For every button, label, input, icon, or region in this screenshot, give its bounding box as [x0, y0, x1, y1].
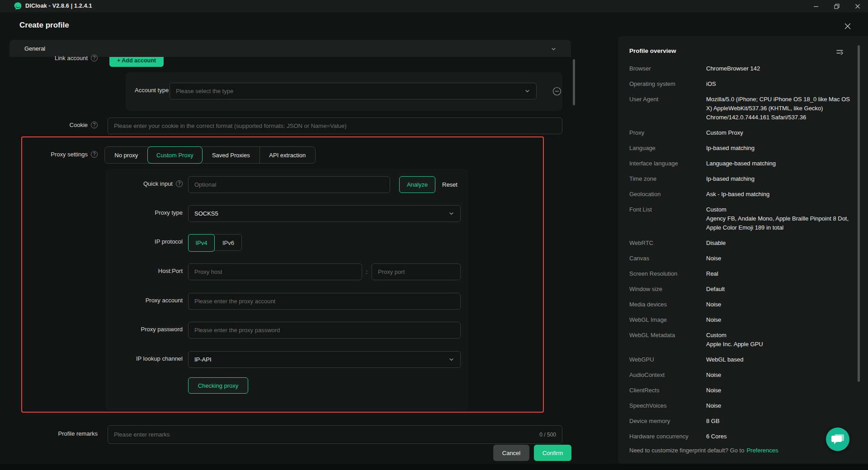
- help-icon[interactable]: ?: [91, 122, 98, 128]
- overview-rows: BrowserChromeBrowser 142Operating system…: [629, 64, 854, 447]
- overview-row: WebGL MetadataCustom Apple Inc. Apple GP…: [629, 331, 854, 349]
- support-chat-button[interactable]: [826, 428, 849, 451]
- overview-row-label: Font List: [629, 205, 706, 232]
- ipv6-option[interactable]: IPv6: [215, 235, 242, 251]
- overview-row: Window sizeDefault: [629, 285, 854, 294]
- analyze-button[interactable]: Analyze: [399, 176, 435, 193]
- overview-row: Screen ResolutionReal: [629, 269, 854, 278]
- overview-row-label: Device memory: [629, 417, 706, 426]
- minus-circle-icon: [552, 87, 561, 96]
- ip-lookup-label: IP lookup channel: [108, 355, 183, 362]
- proxy-tabs: No proxy Custom Proxy Saved Proxies API …: [104, 146, 316, 164]
- overview-row-label: Proxy: [629, 128, 706, 137]
- overview-row: Hardware concurrency6 Cores: [629, 432, 854, 441]
- overview-row-label: Hardware concurrency: [629, 432, 706, 441]
- overview-row: Font ListCustom Agency FB, Andale Mono, …: [629, 205, 854, 232]
- overview-row: ProxyCustom Proxy: [629, 128, 854, 137]
- overview-row-value: Real: [706, 269, 850, 278]
- restore-icon: [834, 4, 840, 9]
- close-icon: [855, 4, 860, 9]
- proxy-account-label: Proxy account: [108, 297, 183, 304]
- window-title: DICloak - V2.8.6 | 1.2.4.1: [25, 0, 92, 12]
- chevron-down-icon: [524, 88, 530, 94]
- account-type-select[interactable]: Please select the type: [170, 83, 537, 99]
- preferences-link[interactable]: Preferences: [746, 447, 778, 454]
- confirm-button[interactable]: Confirm: [534, 445, 571, 461]
- bottom-band: [0, 464, 868, 470]
- profile-overview-title: Profile overview: [629, 47, 676, 54]
- restore-button[interactable]: [828, 0, 845, 12]
- minimize-icon: [813, 4, 819, 9]
- overview-row: Time zoneIp-based matching: [629, 174, 854, 183]
- overview-row: LanguageIp-based matching: [629, 144, 854, 153]
- tab-custom-proxy[interactable]: Custom Proxy: [147, 146, 203, 164]
- tab-no-proxy[interactable]: No proxy: [105, 147, 148, 163]
- checking-proxy-button[interactable]: Checking proxy: [188, 377, 248, 394]
- tab-api-extraction[interactable]: API extraction: [259, 147, 315, 163]
- cookie-input[interactable]: Please enter your cookie in the correct …: [108, 118, 562, 134]
- cancel-button[interactable]: Cancel: [493, 445, 529, 461]
- overview-row-label: WebGL Image: [629, 315, 706, 324]
- ip-protocol-switch: IPv4 IPv6: [188, 234, 242, 251]
- overview-row-label: WebGL Metadata: [629, 331, 706, 349]
- host-port-label: Host:Port: [108, 268, 183, 274]
- overview-row-value: Custom Apple Inc. Apple GPU: [706, 331, 850, 349]
- profile-remarks-input[interactable]: Please enter remarks 0 / 500: [108, 425, 562, 444]
- help-icon[interactable]: ?: [91, 151, 98, 158]
- overview-row-label: Language: [629, 144, 706, 153]
- overview-row-value: Default: [706, 285, 850, 294]
- tab-saved-proxies[interactable]: Saved Proxies: [203, 147, 259, 163]
- overview-row-value: Noise: [706, 386, 850, 395]
- overview-row: BrowserChromeBrowser 142: [629, 64, 854, 73]
- overview-row: WebRTCDisable: [629, 239, 854, 248]
- overview-row: AudioContextNoise: [629, 371, 854, 380]
- collapse-panel-button[interactable]: [836, 48, 844, 57]
- ipv4-option[interactable]: IPv4: [188, 234, 215, 252]
- overview-row-value: Ip-based matching: [706, 144, 850, 153]
- overview-row-label: Operating system: [629, 80, 706, 89]
- overview-row-label: Interface language: [629, 159, 706, 168]
- minimize-button[interactable]: [807, 0, 825, 12]
- overview-row-value: Noise: [706, 315, 850, 324]
- overview-row-label: Time zone: [629, 174, 706, 183]
- overview-row-value: WebGL based: [706, 355, 850, 364]
- overview-row: CanvasNoise: [629, 254, 854, 263]
- overview-row-value: Noise: [706, 371, 850, 380]
- overview-row-label: WebGPU: [629, 355, 706, 364]
- reset-button[interactable]: Reset: [442, 176, 458, 193]
- proxy-type-select[interactable]: SOCKS5: [188, 205, 461, 222]
- overview-row-value: Ip-based matching: [706, 174, 850, 183]
- proxy-port-input[interactable]: Proxy port: [372, 263, 461, 280]
- overview-row: Media devicesNoise: [629, 300, 854, 309]
- chevron-down-icon: [551, 46, 557, 54]
- overview-row: Interface languageLanguage-based matchin…: [629, 159, 854, 168]
- close-window-button[interactable]: [849, 0, 866, 12]
- overview-row-value: Noise: [706, 401, 850, 410]
- char-counter: 0 / 500: [539, 432, 556, 438]
- sidebar-scrollbar-thumb[interactable]: [858, 45, 860, 382]
- overview-row-value: Disable: [706, 239, 850, 248]
- proxy-host-input[interactable]: Proxy host: [188, 263, 362, 280]
- proxy-account-input[interactable]: Please enter the proxy account: [188, 293, 461, 310]
- help-icon[interactable]: ?: [176, 180, 183, 187]
- overview-row-value: Mozilla/5.0 (iPhone; CPU iPhone OS 18_0 …: [706, 95, 850, 122]
- proxy-password-input[interactable]: Please enter the proxy password: [188, 322, 461, 338]
- profile-remarks-label: Profile remarks: [18, 430, 98, 437]
- account-type-label: Account type: [135, 87, 169, 94]
- link-account-label: Link account ?: [18, 55, 98, 61]
- ip-lookup-select[interactable]: IP-API: [188, 351, 461, 368]
- close-dialog-button[interactable]: [844, 22, 852, 32]
- overview-row-value: Custom Agency FB, Andale Mono, Apple Bra…: [706, 205, 850, 232]
- help-icon[interactable]: ?: [91, 55, 98, 61]
- app-logo-icon: [14, 2, 22, 12]
- remove-account-button[interactable]: [552, 87, 561, 98]
- page-title: Create profile: [19, 21, 69, 30]
- scrollbar-thumb[interactable]: [573, 59, 575, 105]
- overview-row-value: Noise: [706, 254, 850, 263]
- overview-row-label: Window size: [629, 285, 706, 294]
- collapse-panel-icon: [836, 48, 844, 56]
- overview-row-label: Canvas: [629, 254, 706, 263]
- overview-row-label: AudioContext: [629, 371, 706, 380]
- quick-input-field[interactable]: Optional: [188, 176, 390, 193]
- overview-row-value: iOS: [706, 80, 850, 89]
